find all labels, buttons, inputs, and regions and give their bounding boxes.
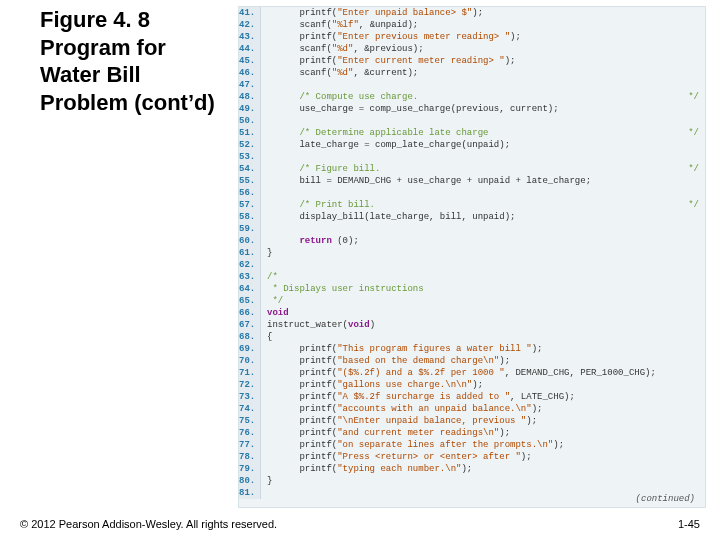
code-text: printf("This program figures a water bil… xyxy=(261,343,542,355)
line-number: 66. xyxy=(239,307,261,319)
code-line: 55. bill = DEMAND_CHG + use_charge + unp… xyxy=(239,175,705,187)
line-number: 63. xyxy=(239,271,261,283)
code-text xyxy=(261,223,267,235)
slide-title: Figure 4. 8 Program for Water Bill Probl… xyxy=(40,6,230,116)
line-number: 44. xyxy=(239,43,261,55)
code-line: 79. printf("typing each number.\n"); xyxy=(239,463,705,475)
code-text: scanf("%d", &previous); xyxy=(261,43,424,55)
code-text: instruct_water(void) xyxy=(261,319,375,331)
code-line: 67.instruct_water(void) xyxy=(239,319,705,331)
line-number: 76. xyxy=(239,427,261,439)
code-line: 54. /* Figure bill.*/ xyxy=(239,163,705,175)
code-text: late_charge = comp_late_charge(unpaid); xyxy=(261,139,510,151)
line-number: 79. xyxy=(239,463,261,475)
code-text xyxy=(261,187,267,199)
code-text: printf("($%.2f) and a $%.2f per 1000 ", … xyxy=(261,367,656,379)
code-line: 68.{ xyxy=(239,331,705,343)
page-number: 1-45 xyxy=(678,518,700,530)
line-number: 48. xyxy=(239,91,261,103)
code-line: 69. printf("This program figures a water… xyxy=(239,343,705,355)
code-text: printf("Enter unpaid balance> $"); xyxy=(261,7,483,19)
line-number: 55. xyxy=(239,175,261,187)
line-number: 58. xyxy=(239,211,261,223)
code-text: /* Determine applicable late charge xyxy=(261,127,488,139)
code-line: 45. printf("Enter current meter reading>… xyxy=(239,55,705,67)
comment-end: */ xyxy=(688,91,699,103)
code-line: 80.} xyxy=(239,475,705,487)
line-number: 62. xyxy=(239,259,261,271)
comment-end: */ xyxy=(688,127,699,139)
code-text: scanf("%lf", &unpaid); xyxy=(261,19,418,31)
line-number: 51. xyxy=(239,127,261,139)
code-text: */ xyxy=(261,295,283,307)
code-text: void xyxy=(261,307,289,319)
line-number: 56. xyxy=(239,187,261,199)
code-line: 50. xyxy=(239,115,705,127)
code-line: 74. printf("accounts with an unpaid bala… xyxy=(239,403,705,415)
code-line: 43. printf("Enter previous meter reading… xyxy=(239,31,705,43)
code-line: 42. scanf("%lf", &unpaid); xyxy=(239,19,705,31)
line-number: 53. xyxy=(239,151,261,163)
code-line: 66.void xyxy=(239,307,705,319)
line-number: 80. xyxy=(239,475,261,487)
code-text: } xyxy=(261,247,272,259)
code-text: printf("on separate lines after the prom… xyxy=(261,439,564,451)
code-text: printf("A $%.2f surcharge is added to ",… xyxy=(261,391,575,403)
line-number: 81. xyxy=(239,487,261,499)
code-line: 76. printf("and current meter readings\n… xyxy=(239,427,705,439)
code-line: 52. late_charge = comp_late_charge(unpai… xyxy=(239,139,705,151)
code-text: scanf("%d", &current); xyxy=(261,67,418,79)
line-number: 75. xyxy=(239,415,261,427)
comment-end: */ xyxy=(688,199,699,211)
line-number: 47. xyxy=(239,79,261,91)
code-line: 47. xyxy=(239,79,705,91)
code-text xyxy=(261,151,267,163)
code-line: 62. xyxy=(239,259,705,271)
code-text: printf("typing each number.\n"); xyxy=(261,463,472,475)
line-number: 54. xyxy=(239,163,261,175)
line-number: 57. xyxy=(239,199,261,211)
code-line: 61.} xyxy=(239,247,705,259)
line-number: 60. xyxy=(239,235,261,247)
code-text xyxy=(261,79,267,91)
code-text: { xyxy=(261,331,272,343)
line-number: 50. xyxy=(239,115,261,127)
line-number: 72. xyxy=(239,379,261,391)
code-text: printf("\nEnter unpaid balance, previous… xyxy=(261,415,537,427)
code-line: 75. printf("\nEnter unpaid balance, prev… xyxy=(239,415,705,427)
code-text: printf("accounts with an unpaid balance.… xyxy=(261,403,542,415)
continued-label: (continued) xyxy=(636,493,695,505)
code-line: 44. scanf("%d", &previous); xyxy=(239,43,705,55)
line-number: 71. xyxy=(239,367,261,379)
comment-end: */ xyxy=(688,163,699,175)
code-line: 53. xyxy=(239,151,705,163)
line-number: 77. xyxy=(239,439,261,451)
code-text xyxy=(261,487,267,499)
line-number: 46. xyxy=(239,67,261,79)
code-line: 56. xyxy=(239,187,705,199)
line-number: 42. xyxy=(239,19,261,31)
code-text: display_bill(late_charge, bill, unpaid); xyxy=(261,211,515,223)
code-text xyxy=(261,259,267,271)
line-number: 69. xyxy=(239,343,261,355)
code-line: 65. */ xyxy=(239,295,705,307)
code-line: 49. use_charge = comp_use_charge(previou… xyxy=(239,103,705,115)
code-line: 77. printf("on separate lines after the … xyxy=(239,439,705,451)
code-line: 64. * Displays user instructions xyxy=(239,283,705,295)
code-text: printf("and current meter readings\n"); xyxy=(261,427,510,439)
code-text: use_charge = comp_use_charge(previous, c… xyxy=(261,103,559,115)
code-line: 58. display_bill(late_charge, bill, unpa… xyxy=(239,211,705,223)
code-line: 60. return (0); xyxy=(239,235,705,247)
line-number: 41. xyxy=(239,7,261,19)
code-text: /* Compute use charge. xyxy=(261,91,418,103)
code-line: 63./* xyxy=(239,271,705,283)
line-number: 68. xyxy=(239,331,261,343)
code-text: /* xyxy=(261,271,278,283)
code-text: printf("Enter current meter reading> "); xyxy=(261,55,515,67)
code-text: return (0); xyxy=(261,235,359,247)
code-text: printf("gallons use charge.\n\n"); xyxy=(261,379,483,391)
line-number: 78. xyxy=(239,451,261,463)
code-line: 41. printf("Enter unpaid balance> $"); xyxy=(239,7,705,19)
code-line: 78. printf("Press <return> or <enter> af… xyxy=(239,451,705,463)
code-text: bill = DEMAND_CHG + use_charge + unpaid … xyxy=(261,175,591,187)
